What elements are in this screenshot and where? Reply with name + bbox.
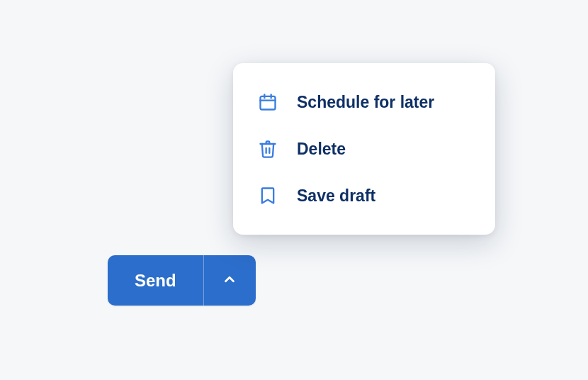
- chevron-up-icon: [222, 272, 237, 289]
- dropdown-menu: Schedule for later Delete Save draft: [233, 63, 495, 235]
- dropdown-toggle-button[interactable]: [203, 255, 256, 306]
- menu-item-save-draft[interactable]: Save draft: [233, 172, 495, 219]
- trash-icon: [257, 138, 278, 160]
- menu-item-delete[interactable]: Delete: [233, 125, 495, 172]
- menu-item-schedule[interactable]: Schedule for later: [233, 79, 495, 125]
- calendar-icon: [257, 91, 278, 113]
- send-button[interactable]: Send: [108, 255, 203, 306]
- bookmark-icon: [257, 185, 278, 206]
- menu-item-label: Save draft: [297, 186, 375, 206]
- send-button-label: Send: [135, 271, 176, 291]
- split-button: Send: [108, 255, 256, 306]
- menu-item-label: Schedule for later: [297, 93, 434, 112]
- menu-item-label: Delete: [297, 140, 346, 159]
- svg-rect-0: [261, 96, 276, 110]
